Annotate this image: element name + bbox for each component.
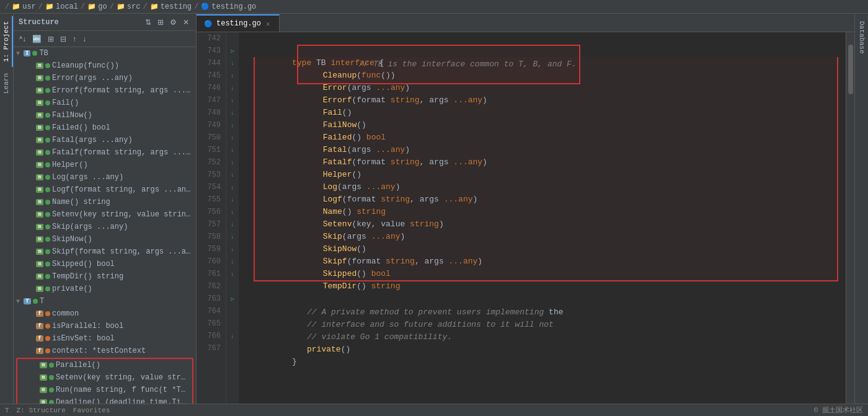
breadcrumb-testing-folder[interactable]: 📁 testing	[150, 2, 192, 11]
tree-item-skipnow[interactable]: m SkipNow()	[14, 233, 196, 246]
tree-item-skip[interactable]: m Skip(args ...any)	[14, 221, 196, 233]
dot-indicator	[45, 262, 50, 267]
tree-item-fail[interactable]: m Fail()	[14, 97, 196, 109]
panel-title: Structure	[19, 18, 59, 27]
close-panel-button[interactable]: ✕	[181, 17, 191, 27]
toolbar-navigate-down[interactable]: ↓	[81, 34, 88, 44]
highlighted-methods-group: m Parallel() m Setenv(key string, value …	[16, 358, 193, 404]
tree-item-errorf[interactable]: m Errorf(format string, args ...any)	[14, 84, 196, 97]
tree-item-private[interactable]: m private()	[14, 283, 196, 295]
tree-item-setenv[interactable]: m Setenv(key string, value string)	[14, 208, 196, 221]
tree-item-isparallel[interactable]: f isParallel: bool	[14, 320, 196, 332]
tree-label: Skipf(format string, args ...any)	[52, 247, 193, 256]
tree-item-helper[interactable]: m Helper()	[14, 159, 196, 171]
toolbar-navigate-up[interactable]: ↑	[71, 34, 78, 44]
gutter-765	[226, 317, 239, 330]
dot-indicator	[32, 51, 37, 56]
filter-button[interactable]: ⊞	[156, 17, 166, 27]
tree-item-tb[interactable]: ▼ I TB	[14, 47, 196, 60]
sort-button[interactable]: ⇅	[143, 17, 153, 27]
tree-label: common	[52, 309, 79, 318]
tree-item-tempdir[interactable]: m TempDir() string	[14, 270, 196, 283]
tree-item-failnow[interactable]: m FailNow()	[14, 109, 196, 122]
gutter-745: ↓	[226, 69, 239, 82]
folder-icon: 📁	[87, 2, 96, 11]
code-line-751: Fatalf(format string, args ...any)	[255, 144, 837, 156]
tree-item-deadline[interactable]: m Deadline() (deadline time.Time, o	[17, 396, 192, 404]
tree-item-cleanup[interactable]: m Cleanup(func())	[14, 60, 196, 72]
dot-indicator	[45, 88, 50, 93]
tab-testing-go[interactable]: 🔵 testing.go ✕	[197, 14, 280, 32]
breadcrumb-usr[interactable]: 📁 usr	[12, 2, 36, 11]
tree-item-common[interactable]: f common	[14, 308, 196, 320]
folder-icon: 📁	[150, 2, 159, 11]
badge-field: f	[36, 348, 43, 354]
toolbar-sort-type[interactable]: 🔤	[30, 34, 43, 44]
line-num-747: 747	[197, 94, 226, 107]
breadcrumb-testing-go[interactable]: 🔵 testing.go	[201, 2, 256, 11]
code-content[interactable]: // TB is the interface common to T, B, a…	[239, 32, 846, 404]
dot-indicator	[45, 150, 50, 155]
breadcrumb-src[interactable]: 📁 src	[117, 2, 141, 11]
expand-arrow-tb: ▼	[16, 50, 24, 57]
dot-indicator	[45, 237, 50, 242]
bottom-structure-tab[interactable]: Z: Structure	[17, 407, 66, 414]
code-line-748: FailNow()	[255, 107, 837, 119]
tree-item-parallel[interactable]: m Parallel()	[17, 359, 192, 371]
code-line-756: Setenv(key, value string)	[255, 206, 837, 218]
tree-item-skipped[interactable]: m Skipped() bool	[14, 258, 196, 270]
badge-method: m	[36, 286, 43, 292]
badge-method: m	[36, 249, 43, 255]
tree-item-context[interactable]: f context: *testContext	[14, 345, 196, 357]
vtab-project[interactable]: 1: Project	[1, 16, 13, 67]
gutter-757: ↓	[226, 218, 239, 231]
folder-icon: 📁	[117, 2, 125, 11]
dot-indicator	[49, 363, 54, 368]
tree-label: isEnvSet: bool	[52, 334, 115, 343]
watermark-text: © 掘土国术社区	[814, 405, 863, 415]
tree-item-failed[interactable]: m Failed() bool	[14, 122, 196, 134]
settings-button[interactable]: ⚙	[168, 17, 179, 27]
status-current-symbol: T	[5, 407, 9, 414]
toolbar-expand[interactable]: ⊞	[46, 34, 56, 44]
tree-item-fatal[interactable]: m Fatal(args ...any)	[14, 134, 196, 146]
tree-item-t[interactable]: ▼ T T	[14, 295, 196, 308]
tree-item-logf[interactable]: m Logf(format string, args ...any)	[14, 184, 196, 196]
dot-indicator	[45, 336, 50, 341]
bottom-favorites-tab[interactable]: Favorites	[73, 407, 110, 414]
tree-item-fatalf[interactable]: m Fatalf(format string, args ...any)	[14, 146, 196, 159]
gutter-763: ▷	[226, 293, 239, 305]
dot-indicator	[45, 274, 50, 279]
tree-label: Failed() bool	[52, 123, 110, 132]
breadcrumb-go[interactable]: 📁 go	[87, 2, 107, 11]
code-line-764: // interface and so future additions to …	[244, 306, 841, 319]
tree-item-log[interactable]: m Log(args ...any)	[14, 171, 196, 184]
dot-indicator	[49, 375, 54, 380]
tree-item-skipf[interactable]: m Skipf(format string, args ...any)	[14, 246, 196, 258]
dot-indicator	[33, 299, 38, 304]
vtab-learn[interactable]: Learn	[1, 68, 13, 99]
gutter-742	[226, 32, 239, 45]
vtab-database[interactable]: Database	[856, 16, 867, 59]
code-line-753: Log(args ...any)	[255, 169, 837, 181]
code-line-754: Logf(format string, args ...any)	[255, 181, 837, 193]
breadcrumb-local[interactable]: 📁 local	[45, 2, 78, 11]
panel-toolbar: ᴬ↓ 🔤 ⊞ ⊟ ↑ ↓	[14, 31, 196, 47]
tree-item-error[interactable]: m Error(args ...any)	[14, 72, 196, 84]
line-numbers: 742 743 744 745 746 747 748 749 750 751 …	[197, 32, 226, 404]
tree-item-run[interactable]: m Run(name string, f func(t *T)) boo	[17, 384, 192, 396]
tab-close-button[interactable]: ✕	[265, 20, 272, 28]
dot-indicator	[45, 212, 50, 217]
code-line-749: Failed() bool	[255, 119, 837, 131]
badge-method: m	[36, 261, 43, 267]
toolbar-collapse[interactable]: ⊟	[58, 34, 68, 44]
tree-item-t-setenv[interactable]: m Setenv(key string, value string)	[17, 371, 192, 384]
line-num-751: 751	[197, 144, 226, 156]
tree-item-name[interactable]: m Name() string	[14, 196, 196, 208]
right-scrollbar[interactable]	[846, 32, 854, 404]
dot-indicator	[45, 175, 50, 180]
dot-indicator	[49, 387, 54, 392]
toolbar-sort-alpha[interactable]: ᴬ↓	[17, 34, 28, 44]
tree-item-isenvset[interactable]: f isEnvSet: bool	[14, 332, 196, 345]
tree-label: Log(args ...any)	[52, 173, 123, 182]
